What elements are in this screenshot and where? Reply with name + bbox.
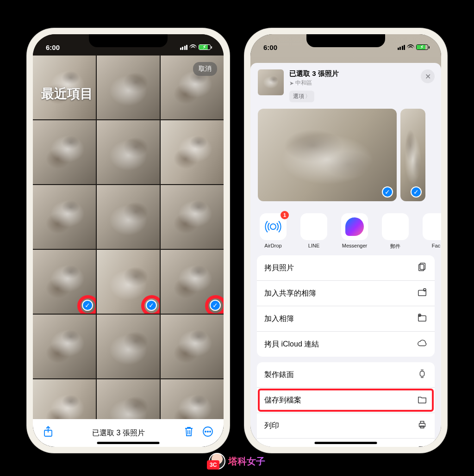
share-app-mail[interactable]: 郵件 [377,213,413,250]
share-app-line[interactable]: LINELINE [296,213,332,250]
action-label: 列印 [264,421,279,431]
photos-screen: 取消 最近項目 ✓✓✓ 已選取 3 張照片 [33,34,224,447]
share-sheet: 已選取 3 張照片 ➤ 中和區 選項 〉 ✕ [250,63,441,447]
preview-row[interactable]: ✓ ✓ [250,107,441,208]
battery-icon: ⚡︎ [199,44,211,50]
notch [89,34,168,47]
share-app-airdrop[interactable]: 1AirDrop [255,213,291,250]
phone-left: 6:00 ⚡︎ 取消 最近項目 ✓✓✓ 已選取 3 張照片 [26,28,230,453]
share-title: 已選取 3 張照片 [289,69,339,78]
app-label: AirDrop [255,243,291,248]
photo-thumb[interactable] [161,315,224,378]
action-add-album[interactable]: 加入相簿 [257,306,435,332]
svg-rect-6 [387,221,403,233]
battery-icon: ⚡︎ [416,44,428,50]
more-icon[interactable] [202,426,213,440]
svg-rect-14 [419,423,425,427]
svg-point-2 [205,431,206,432]
action-label: 儲存到檔案 [264,396,301,405]
photo-thumb[interactable] [97,315,160,378]
album-title: 最近項目 [41,85,93,103]
app-label: Fac [418,243,441,248]
fb-icon [423,213,441,240]
cancel-button[interactable]: 取消 [193,62,217,76]
svg-point-3 [207,431,208,432]
notch [306,34,385,47]
home-indicator[interactable] [97,442,160,444]
highlight-ring [141,295,160,314]
note-icon [417,445,427,447]
highlight-ring [205,295,224,314]
add-album-icon [417,313,427,325]
cell-signal-icon [398,45,405,50]
badge: 1 [281,211,289,219]
action-label: 加入新的快速備忘錄 [264,446,331,447]
photo-thumb[interactable]: ✓ [97,250,160,314]
action-watch[interactable]: 製作錶面 [257,362,435,388]
selection-count: 已選取 3 張照片 [92,428,145,438]
action-copy[interactable]: 拷貝照片 [257,255,435,281]
share-header: 已選取 3 張照片 ➤ 中和區 選項 〉 ✕ [250,63,441,107]
watch-icon [417,369,427,381]
action-icloud[interactable]: 拷貝 iCloud 連結 [257,332,435,357]
preview-thumb[interactable]: ✓ [258,109,397,201]
status-right: ⚡︎ [180,44,211,50]
trash-icon[interactable] [184,426,194,440]
mail-icon [382,213,409,240]
highlight-ring [77,295,96,314]
photo-thumb[interactable] [161,120,224,184]
svg-rect-15 [420,421,424,424]
cell-signal-icon [180,45,188,50]
photo-thumb[interactable] [161,185,224,249]
action-folder[interactable]: 儲存到檔案 [257,388,435,413]
share-thumbnail [258,69,284,95]
action-label: 製作錶面 [264,370,294,380]
selected-check-icon: ✓ [382,186,393,198]
app-label: LINE [296,243,332,248]
photo-thumb[interactable]: ✓ [33,250,96,314]
close-button[interactable]: ✕ [421,69,435,83]
share-apps-row[interactable]: 1AirDropLINELINEMessenger郵件Fac [250,208,441,253]
watermark-avatar: 3C [209,453,225,470]
share-app-msgr[interactable]: Messenger [337,213,373,250]
chevron-right-icon: 〉 [305,93,311,100]
close-icon: ✕ [425,72,431,81]
action-label: 拷貝 iCloud 連結 [264,340,319,349]
app-label: 郵件 [377,243,413,250]
action-list: 拷貝照片加入共享的相簿加入相簿拷貝 iCloud 連結 製作錶面儲存到檔案列印加… [250,253,441,447]
action-label: 拷貝照片 [264,263,294,273]
share-app-fb[interactable]: Fac [418,213,441,250]
screen: 6:00 ⚡︎ 取消 最近項目 ✓✓✓ 已選取 3 張照片 [33,34,224,447]
photo-thumb[interactable] [97,120,160,184]
options-button[interactable]: 選項 〉 [289,91,314,102]
watermark-tag: 3C [207,460,219,470]
printer-icon [417,420,427,432]
icloud-icon [417,338,427,350]
svg-point-10 [424,289,426,291]
action-group-1: 拷貝照片加入共享的相簿加入相簿拷貝 iCloud 連結 [257,255,435,357]
status-time: 6:00 [46,43,60,51]
action-shared-album[interactable]: 加入共享的相簿 [257,281,435,306]
watermark: 3C 塔科女子 [209,453,265,470]
copy-icon [417,262,427,274]
preview-thumb[interactable]: ✓ [400,109,425,201]
photo-thumb[interactable] [33,315,96,378]
share-icon[interactable] [43,426,53,440]
action-printer[interactable]: 列印 [257,413,435,439]
home-indicator[interactable] [315,442,377,444]
photo-thumb[interactable] [33,185,96,249]
status-time: 6:00 [263,43,277,51]
screen: 6:00 ⚡︎ 已選取 3 張照片 ➤ 中和區 [250,34,441,447]
photo-thumb[interactable] [33,120,96,184]
airdrop-icon: 1 [260,213,287,240]
photo-thumb[interactable]: ✓ [161,250,224,314]
app-label: Messenger [337,243,373,248]
share-location: ➤ 中和區 [289,79,339,87]
svg-rect-13 [420,371,424,377]
photo-thumb[interactable] [97,185,160,249]
photo-thumb[interactable] [97,56,160,119]
photo-grid[interactable]: ✓✓✓ [33,56,224,419]
shared-album-icon [417,287,427,299]
wifi-icon [407,44,414,50]
action-label: 加入相簿 [264,314,294,324]
